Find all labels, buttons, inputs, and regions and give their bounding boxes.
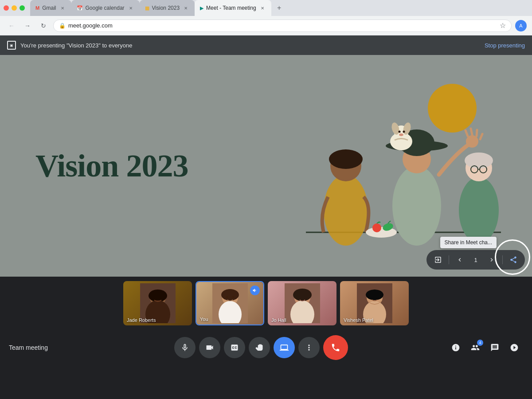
tooltip-text: Share in Meet cha... [445,239,492,246]
participant-name-vishesh: Vishesh Patel [344,317,373,323]
address-bar: ← → ↻ 🔒 meet.google.com ☆ A [0,16,532,35]
svg-point-49 [377,296,379,298]
share-in-meet-chat-button[interactable] [505,252,521,268]
maximize-window-button[interactable] [20,5,25,11]
url-text: meet.google.com [68,22,113,29]
tab-meet-label: Meet - Team meeting [206,5,256,11]
bookmark-icon[interactable]: ☆ [500,21,506,30]
forward-button[interactable]: → [21,20,34,32]
tab-gmail[interactable]: M Gmail ✕ [30,0,71,16]
chat-button[interactable] [486,339,504,356]
activities-button[interactable] [505,339,523,356]
participant-name-you: You [200,317,208,322]
tab-gmail-close-button[interactable]: ✕ [59,4,66,12]
presenting-message: You're presenting "Vision 2023" to every… [20,42,132,49]
presentation-area: Vision 2023 1 Share i [0,55,532,277]
participant-tile-jade: Jade Roberts [123,281,192,325]
svg-point-10 [459,177,499,243]
tab-slides-label: Vision 2023 [152,5,180,11]
svg-point-12 [465,153,493,168]
minimize-window-button[interactable] [12,5,17,11]
presenting-icon: ▣ [7,41,16,50]
divider-1 [449,255,449,264]
refresh-button[interactable]: ↻ [37,20,50,32]
svg-point-36 [226,296,228,298]
tabs-bar: M Gmail ✕ 📅 Google calendar ✕ ▦ Vision 2… [30,0,528,16]
tab-slides-close-button[interactable]: ✕ [182,4,189,12]
tab-calendar-close-button[interactable]: ✕ [127,4,134,12]
svg-point-20 [399,131,401,133]
svg-point-28 [149,289,167,302]
calendar-favicon-icon: 📅 [77,5,83,11]
center-controls [75,335,447,360]
microphone-button[interactable] [174,337,196,358]
meeting-name: Team meeting [9,344,75,351]
prev-slide-button[interactable] [452,252,468,268]
svg-point-0 [428,84,477,133]
svg-point-46 [366,289,383,300]
svg-point-4 [329,149,363,169]
participant-tile-jo: Jo Hall [268,281,336,325]
lock-icon: 🔒 [59,23,66,29]
participants-strip: Jade Roberts You [0,277,532,330]
svg-point-43 [305,296,306,298]
close-window-button[interactable] [4,5,9,11]
right-controls: 4 [447,339,523,356]
svg-point-34 [221,289,239,301]
stop-presenting-button[interactable]: Stop presenting [485,42,525,49]
participant-name-jade: Jade Roberts [127,317,156,323]
more-options-button[interactable] [298,337,320,358]
speaking-indicator-you [250,286,260,295]
tab-calendar-label: Google calendar [86,5,125,11]
slide-controls-toolbar: 1 [426,250,525,270]
svg-point-24 [372,223,381,232]
browser-titlebar: M Gmail ✕ 📅 Google calendar ✕ ▦ Vision 2… [0,0,532,16]
svg-point-31 [160,297,161,298]
show-people-button[interactable]: 4 [466,339,484,356]
tab-meet-close-button[interactable]: ✕ [259,4,266,12]
exit-presentation-button[interactable] [430,252,446,268]
participant-tile-vishesh: Vishesh Patel [340,281,409,325]
tab-slides[interactable]: ▦ Vision 2023 ✕ [140,0,195,16]
svg-point-37 [232,296,234,298]
participant-tile-you: You [196,281,264,325]
slides-favicon-icon: ▦ [145,5,149,11]
slide-title: Vision 2023 [35,148,188,184]
gmail-favicon-icon: M [35,5,39,11]
tab-gmail-label: Gmail [42,5,56,11]
back-button[interactable]: ← [5,20,18,32]
svg-point-48 [371,296,372,298]
slide-illustration [284,73,505,259]
controls-bar: Team meeting [0,330,532,365]
camera-button[interactable] [199,337,220,358]
svg-point-5 [392,166,441,246]
divider-2 [502,255,503,264]
slide-number: 1 [469,252,482,268]
raise-hand-button[interactable] [249,337,270,358]
tab-meet[interactable]: ▶ Meet - Team meeting ✕ [195,0,271,16]
svg-point-22 [399,133,403,136]
meeting-info-button[interactable] [447,339,465,356]
people-count-badge: 4 [477,340,483,346]
url-bar[interactable]: 🔒 meet.google.com ☆ [53,20,512,32]
participant-name-jo: Jo Hall [271,317,286,323]
present-screen-button[interactable] [274,337,295,358]
next-slide-button[interactable] [484,252,500,268]
meet-favicon-icon: ▶ [200,5,203,11]
tab-calendar[interactable]: 📅 Google calendar ✕ [71,0,140,16]
share-in-meet-chat-tooltip: Share in Meet cha... [440,237,497,248]
window-controls [4,5,25,11]
svg-point-40 [293,289,312,301]
svg-point-21 [403,131,405,133]
presenting-banner: ▣ You're presenting "Vision 2023" to eve… [0,35,532,55]
svg-point-2 [324,175,368,246]
end-call-button[interactable] [323,335,348,360]
new-tab-button[interactable]: + [273,2,286,14]
profile-button[interactable]: A [515,20,527,31]
svg-point-30 [154,297,156,298]
svg-point-42 [298,296,300,298]
captions-button[interactable] [224,337,245,358]
